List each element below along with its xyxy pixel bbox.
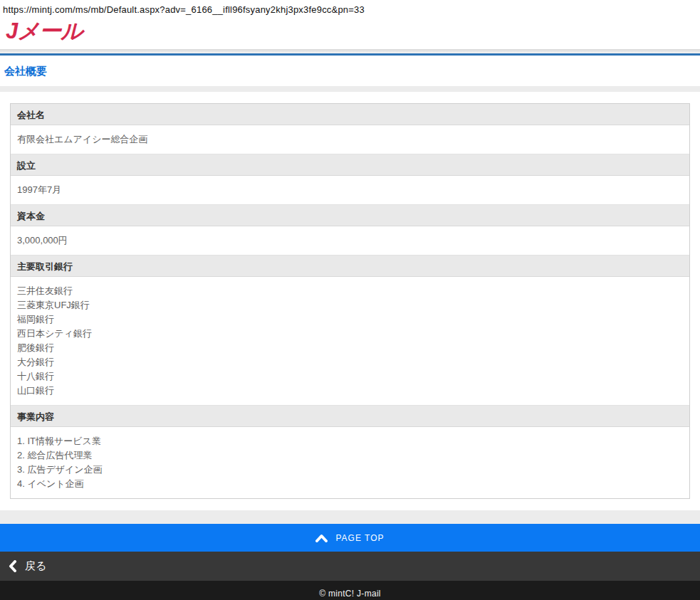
table-row-value: 1. IT情報サービス業2. 総合広告代理業3. 広告デザイン企画4. イベント…: [11, 427, 689, 498]
table-row-value: 1997年7月: [11, 176, 689, 205]
table-row-header: 事業内容: [11, 406, 689, 427]
copyright-text: © mintC! J-mail: [319, 589, 381, 599]
footer: © mintC! J-mail: [0, 581, 700, 600]
back-button-label: 戻る: [25, 559, 46, 573]
table-row-value: 三井住友銀行三菱東京UFJ銀行福岡銀行西日本シティ銀行肥後銀行大分銀行十八銀行山…: [11, 277, 689, 406]
jmail-logo-text: Jメール: [6, 19, 83, 44]
value-line: 十八銀行: [17, 369, 683, 384]
value-line: 三井住友銀行: [17, 284, 683, 298]
table-row-header: 設立: [11, 154, 689, 176]
header-divider-band: [0, 49, 700, 56]
value-line: 3. 広告デザイン企画: [17, 463, 683, 477]
chevron-up-icon: [315, 534, 328, 542]
table-row-value: 3,000,000円: [11, 226, 689, 256]
value-line: 3,000,000円: [17, 233, 683, 248]
chevron-left-icon: [9, 560, 16, 572]
value-line: 肥後銀行: [17, 341, 683, 355]
jmail-logo[interactable]: Jメール: [6, 18, 700, 45]
value-line: 2. 総合広告代理業: [17, 448, 683, 463]
value-line: 西日本シティ銀行: [17, 327, 683, 341]
table-row-header: 主要取引銀行: [11, 256, 689, 277]
value-line: 山口銀行: [17, 384, 683, 398]
value-line: 4. イベント企画: [17, 477, 683, 491]
company-table: 会社名有限会社エムアイシー総合企画設立1997年7月資本金3,000,000円主…: [10, 103, 690, 499]
page-top-label: PAGE TOP: [335, 533, 384, 543]
value-line: 大分銀行: [17, 355, 683, 369]
pre-footer-divider-band: [0, 510, 700, 524]
page-title: 会社概要: [0, 56, 700, 86]
content-area: 会社名有限会社エムアイシー総合企画設立1997年7月資本金3,000,000円主…: [0, 92, 700, 510]
table-row-header: 会社名: [11, 104, 689, 125]
table-row-header: 資本金: [11, 205, 689, 226]
value-line: 有限会社エムアイシー総合企画: [17, 132, 683, 147]
section-divider-band: [0, 86, 700, 92]
table-row-value: 有限会社エムアイシー総合企画: [11, 125, 689, 154]
value-line: 福岡銀行: [17, 312, 683, 327]
value-line: 1997年7月: [17, 183, 683, 197]
back-button[interactable]: 戻る: [0, 552, 700, 581]
page-url-text: https://mintj.com/ms/mb/Default.aspx?adv…: [3, 4, 700, 16]
value-line: 1. IT情報サービス業: [17, 434, 683, 448]
page-top-button[interactable]: PAGE TOP: [0, 524, 700, 552]
value-line: 三菱東京UFJ銀行: [17, 298, 683, 312]
